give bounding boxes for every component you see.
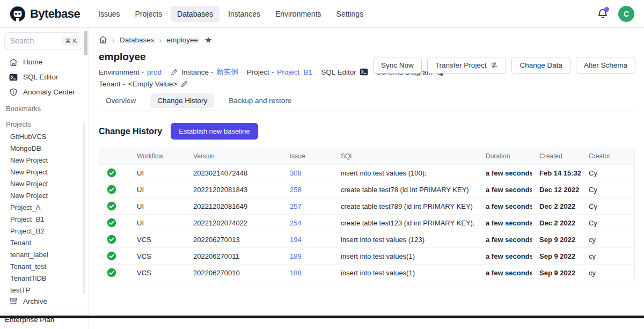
table-row[interactable]: VCS 202206270010 188 insert into test va…: [99, 265, 634, 281]
duration-cell: a few seconds: [478, 165, 532, 181]
instance-label: Instance -: [181, 68, 213, 76]
nav-item[interactable]: Issues: [92, 6, 126, 22]
top-right: C: [597, 6, 634, 22]
project-link[interactable]: Project_B1: [277, 68, 312, 76]
edit-pencil-icon[interactable]: [180, 80, 188, 88]
sidebar-project-item[interactable]: GitHubVCS: [0, 131, 89, 143]
nav-item[interactable]: Instances: [222, 6, 267, 22]
workflow-cell: VCS: [129, 248, 186, 265]
status-cell: [99, 248, 129, 265]
tab[interactable]: Overview: [99, 93, 143, 108]
sidebar-project-item[interactable]: Project_A: [0, 202, 89, 214]
sidebar-item-archive[interactable]: Archive: [0, 294, 89, 311]
database-meta-row-2: Tenant - <Empty Value>: [99, 80, 635, 88]
table-row[interactable]: UI 20221202074022 254 create table test1…: [99, 215, 634, 231]
sidebar-project-item[interactable]: MongoDB: [0, 143, 89, 155]
version-cell: 202206270011: [186, 248, 282, 265]
status-cell: [99, 165, 129, 181]
brand-logo[interactable]: Bytebase: [10, 6, 80, 22]
notifications-button[interactable]: [597, 8, 609, 20]
created-cell: Sep 9 2022: [532, 248, 581, 265]
favorite-star-icon[interactable]: ★: [204, 35, 212, 45]
table-row[interactable]: UI 20230214072448 308 insert into test v…: [99, 165, 634, 181]
nav-item[interactable]: Settings: [330, 6, 370, 22]
table-row[interactable]: UI 20221202081843 258 create table test7…: [99, 181, 634, 198]
tab-bar: Overview Change History Backup and resto…: [99, 93, 635, 111]
brand-name: Bytebase: [30, 7, 80, 21]
nav-item[interactable]: Databases: [171, 6, 219, 22]
issue-link[interactable]: 257: [290, 202, 302, 210]
issue-link[interactable]: 189: [290, 252, 302, 260]
issue-link[interactable]: 308: [290, 169, 302, 177]
success-check-icon: [107, 185, 125, 194]
issue-cell: 254: [282, 215, 333, 231]
home-icon[interactable]: [99, 35, 107, 44]
transfer-project-button[interactable]: Transfer Project: [427, 57, 507, 74]
search-input[interactable]: [10, 36, 54, 45]
nav-item[interactable]: Projects: [129, 6, 169, 22]
version-cell: 202206270010: [186, 265, 282, 281]
version-cell: 20230214072448: [186, 165, 282, 181]
establish-baseline-button[interactable]: Establish new baseline: [171, 123, 258, 140]
sidebar-project-item[interactable]: Project_B1: [0, 214, 89, 225]
plan-label: Enterprise Plan: [0, 311, 89, 329]
sql-cell: insert into test values (123): [333, 231, 478, 248]
change-data-button[interactable]: Change Data: [511, 57, 570, 74]
table-row[interactable]: VCS 202206270013 194 insert into test va…: [99, 231, 634, 248]
table-row[interactable]: VCS 202206270011 189 insert into test va…: [99, 248, 634, 265]
shield-icon: [9, 88, 18, 97]
sidebar-item-home[interactable]: Home: [0, 55, 89, 70]
sidebar-item-anomaly-center[interactable]: Anomaly Center: [0, 85, 89, 100]
sidebar-project-item[interactable]: TenantTiDB: [0, 273, 89, 284]
notification-dot: [604, 7, 609, 12]
sql-editor-label: SQL Editor: [321, 68, 356, 76]
section-label-bookmarks: Bookmarks: [0, 100, 89, 115]
user-avatar[interactable]: C: [618, 6, 634, 22]
projects-scrollbar-track: [83, 122, 85, 299]
issue-link[interactable]: 258: [290, 186, 302, 194]
sidebar-project-item[interactable]: Tenant_test: [0, 261, 89, 273]
tab[interactable]: Change History: [150, 93, 214, 108]
column-header: Created: [532, 148, 581, 165]
issue-link[interactable]: 188: [290, 269, 302, 277]
instance-meta: Instance - 新实例: [170, 67, 238, 77]
environment-link[interactable]: prod: [147, 68, 162, 76]
issue-link[interactable]: 254: [290, 219, 302, 227]
creator-cell: Cy: [581, 165, 634, 181]
project-list: GitHubVCS MongoDB New Project New Projec…: [0, 131, 89, 308]
project-meta: Project - Project_B1: [247, 68, 312, 76]
sidebar-project-item[interactable]: New Project: [0, 178, 89, 190]
duration-cell: a few seconds: [478, 265, 532, 281]
success-check-icon: [107, 251, 125, 261]
sidebar-project-item[interactable]: Project_B2: [0, 225, 89, 237]
nav-item[interactable]: Environments: [269, 6, 328, 22]
archive-icon: [9, 297, 18, 305]
search-box[interactable]: ⌘ K: [4, 32, 83, 49]
sidebar-project-item[interactable]: New Project: [0, 190, 89, 202]
creator-cell: cy: [581, 231, 634, 248]
sidebar-project-item[interactable]: Tenant: [0, 237, 89, 249]
instance-link[interactable]: 新实例: [216, 67, 238, 77]
tab[interactable]: Backup and restore: [222, 93, 298, 108]
issue-link[interactable]: 194: [290, 236, 302, 244]
created-cell: Sep 9 2022: [532, 231, 581, 248]
sync-now-button[interactable]: Sync Now: [373, 57, 422, 74]
breadcrumb-item-databases[interactable]: Databases: [120, 36, 155, 44]
breadcrumb-item-database-name[interactable]: employee: [167, 36, 199, 44]
sidebar-scrollbar-thumb[interactable]: [84, 31, 87, 55]
sidebar-project-item[interactable]: tenant_label: [0, 249, 89, 261]
sql-editor-link[interactable]: SQL Editor: [321, 68, 368, 76]
status-cell: [99, 198, 129, 215]
status-cell: [99, 181, 129, 198]
alter-schema-button[interactable]: Alter Schema: [576, 57, 635, 74]
table-row[interactable]: UI 20221202081649 257 create table test7…: [99, 198, 634, 215]
success-check-icon: [107, 268, 125, 277]
column-header: SQL: [333, 148, 478, 165]
sidebar-project-item[interactable]: New Project: [0, 166, 89, 178]
action-buttons: Sync Now Transfer Project Change Data Al…: [373, 57, 635, 74]
workflow-cell: UI: [129, 215, 186, 231]
environment-label: Environment -: [99, 68, 144, 76]
sidebar-project-item[interactable]: New Project: [0, 155, 89, 166]
sidebar-item-sql-editor[interactable]: SQL Editor: [0, 70, 89, 85]
project-label: Project -: [247, 68, 274, 76]
